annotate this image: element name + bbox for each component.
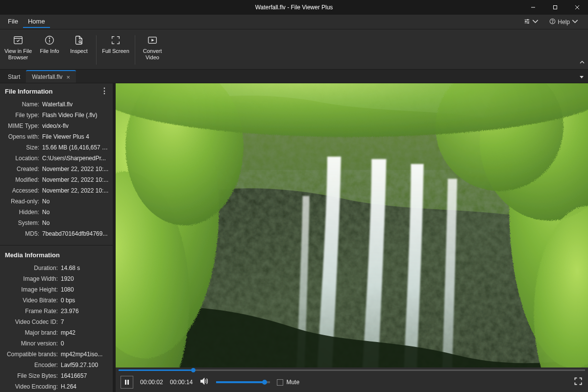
- sidebar-separator: [0, 245, 113, 245]
- svg-point-9: [528, 22, 529, 23]
- svg-rect-31: [125, 380, 126, 385]
- tab-label: Start: [8, 74, 20, 80]
- tab-waterfall[interactable]: Waterfall.flv ×: [26, 70, 76, 83]
- info-row: Modified:November 22, 2022 10:...: [4, 174, 109, 185]
- mute-label: Mute: [286, 379, 299, 386]
- sidebar-scroll[interactable]: File Information ⋮ Name:Waterfall.flvFil…: [0, 83, 113, 392]
- sidebar: File Information ⋮ Name:Waterfall.flvFil…: [0, 83, 113, 392]
- info-value: No: [42, 208, 109, 217]
- file-info-header-label: File Information: [5, 88, 53, 95]
- info-value: 0 bps: [61, 296, 109, 305]
- tab-label: Waterfall.flv: [32, 74, 62, 80]
- tabs-menu-button[interactable]: [579, 73, 584, 81]
- progress-handle[interactable]: [191, 368, 196, 372]
- info-key: Image Height:: [4, 285, 61, 294]
- info-value: Lavf59.27.100: [61, 361, 109, 369]
- progress-bar[interactable]: [116, 368, 588, 372]
- info-key: Frame Rate:: [4, 307, 61, 316]
- info-value: H.264: [61, 382, 109, 391]
- info-value: mp42: [61, 328, 109, 337]
- info-key: Image Width:: [4, 274, 61, 283]
- svg-point-7: [527, 19, 528, 20]
- volume-slider[interactable]: [216, 381, 270, 383]
- main-area: File Information ⋮ Name:Waterfall.flvFil…: [0, 83, 588, 392]
- info-value: No: [42, 197, 109, 206]
- info-row: Video Bitrate:0 bps: [4, 295, 109, 306]
- video-area: 00:00:02 00:00:14 Mute: [116, 83, 588, 392]
- chevron-down-icon: [532, 18, 539, 26]
- volume-icon[interactable]: [199, 376, 209, 388]
- info-key: Encoder:: [4, 361, 61, 369]
- info-key: File Size Bytes:: [4, 371, 61, 380]
- window-controls: [522, 0, 588, 15]
- mute-checkbox[interactable]: Mute: [277, 379, 299, 386]
- ribbon-collapse-button[interactable]: [579, 58, 585, 67]
- ribbon-inspect[interactable]: Inspect: [65, 32, 93, 56]
- fullscreen-icon: [110, 34, 122, 46]
- info-row: Image Width:1920: [4, 273, 109, 284]
- settings-button[interactable]: [521, 17, 541, 27]
- file-info-menu-button[interactable]: ⋮: [100, 87, 108, 95]
- info-row: Frame Rate:23.976: [4, 306, 109, 317]
- info-row: Size:15.66 MB (16,416,657 b...: [4, 142, 109, 153]
- svg-point-16: [49, 38, 49, 38]
- info-row: Name:Waterfall.flv: [4, 99, 109, 110]
- info-value: 7: [61, 318, 109, 326]
- volume-fill: [216, 381, 265, 383]
- info-row: Hidden:No: [4, 207, 109, 218]
- info-key: Compatible brands:: [4, 350, 61, 359]
- info-key: Major brand:: [4, 328, 61, 337]
- info-key: File type:: [4, 111, 42, 120]
- ribbon-view-in-file-browser[interactable]: View in File Browser: [2, 32, 34, 63]
- ribbon-label: Inspect: [70, 48, 87, 54]
- ribbon-label: View in File Browser: [3, 48, 33, 61]
- tab-start[interactable]: Start: [2, 71, 26, 83]
- volume-handle[interactable]: [262, 380, 267, 385]
- svg-point-8: [525, 21, 526, 22]
- maximize-button[interactable]: [544, 0, 566, 15]
- menu-home[interactable]: Home: [23, 16, 50, 28]
- ribbon-full-screen[interactable]: Full Screen: [99, 32, 132, 56]
- info-value: 7beabd70164dfb94769...: [42, 229, 109, 238]
- info-row: Video Encoding:H.264: [4, 381, 109, 392]
- checkbox-icon: [277, 379, 283, 386]
- info-value: File Viewer Plus 4: [42, 132, 109, 141]
- chevron-down-icon: [572, 18, 578, 26]
- total-time: 00:00:14: [170, 379, 193, 386]
- minimize-button[interactable]: [522, 0, 544, 15]
- info-key: Read-only:: [4, 197, 42, 206]
- help-button[interactable]: Help: [546, 17, 581, 27]
- info-key: Duration:: [4, 264, 61, 272]
- file-info-header: File Information ⋮: [0, 83, 113, 99]
- info-key: Video Codec ID:: [4, 318, 61, 326]
- info-key: MD5:: [4, 229, 42, 238]
- menubar: File Home Help: [0, 15, 588, 29]
- tab-close-icon[interactable]: ×: [67, 74, 71, 80]
- window-title: Waterfall.flv - File Viewer Plus: [255, 4, 333, 11]
- ribbon-convert-video[interactable]: Convert Video: [138, 32, 167, 63]
- info-value: November 22, 2022 10:...: [42, 186, 109, 195]
- info-icon: [44, 34, 55, 46]
- pause-button[interactable]: [121, 376, 133, 389]
- media-info-list: Duration:14.68 sImage Width:1920Image He…: [0, 263, 113, 392]
- menu-file[interactable]: File: [3, 16, 23, 28]
- svg-marker-21: [580, 76, 584, 78]
- svg-marker-20: [151, 39, 154, 42]
- video-frame[interactable]: [116, 83, 588, 368]
- ribbon-label: Convert Video: [139, 48, 166, 61]
- info-key: Opens with:: [4, 132, 42, 141]
- info-row: File type:Flash Video File (.flv): [4, 110, 109, 121]
- waterfall-image: [116, 83, 588, 368]
- info-value: Waterfall.flv: [42, 100, 109, 109]
- svg-marker-33: [201, 378, 205, 384]
- close-button[interactable]: [566, 0, 588, 15]
- media-info-header-label: Media Information: [5, 251, 60, 259]
- info-key: Accessed:: [4, 186, 42, 195]
- info-row: Read-only:No: [4, 196, 109, 207]
- info-value: mp42mp41iso...: [61, 350, 109, 359]
- fullscreen-button[interactable]: [573, 376, 583, 388]
- ribbon-separator: [96, 35, 97, 65]
- info-row: Encoder:Lavf59.27.100: [4, 360, 109, 370]
- ribbon-file-info[interactable]: File Info: [35, 32, 64, 56]
- ribbon-label: Full Screen: [102, 48, 129, 54]
